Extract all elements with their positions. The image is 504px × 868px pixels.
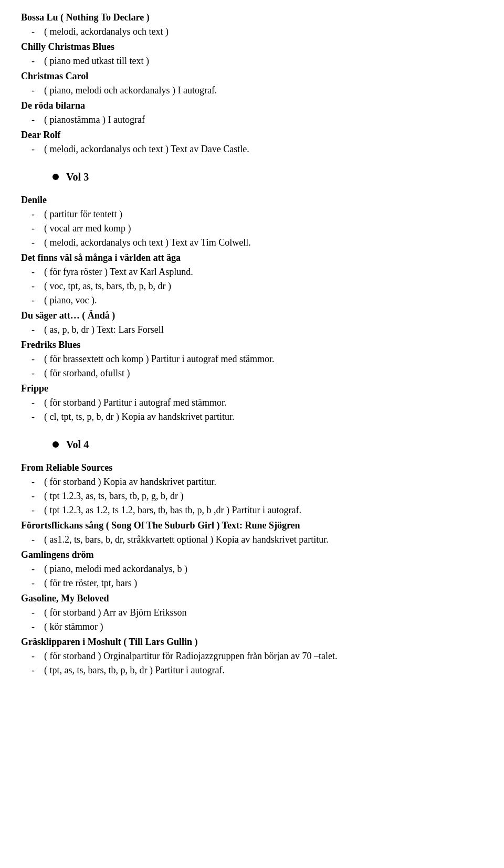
song-entry: Gamlingens dröm- ( piano, melodi med ack… (21, 548, 483, 590)
song-detail-line: - ( piano, melodi med ackordanalys, b ) (32, 562, 483, 576)
song-title: Du säger att… ( Ändå ) (21, 309, 483, 323)
song-title: Det finns väl så många i världen att äga (21, 251, 483, 265)
vol-bullet-icon (52, 174, 59, 180)
song-detail-line: - ( tpt 1.2.3, as, ts, bars, tb, p, g, b… (32, 489, 483, 503)
song-entry: Christmas Carol- ( piano, melodi och ack… (21, 69, 483, 98)
song-entry: Förortsflickans sång ( Song Of The Subur… (21, 518, 483, 547)
song-detail-line: - ( för storband, ofullst ) (32, 366, 483, 380)
song-detail-line: - ( för storband ) Arr av Björn Eriksson (32, 606, 483, 620)
song-title: De röda bilarna (21, 99, 483, 113)
vol-bullet-icon (52, 441, 59, 448)
song-entry: Denile- ( partitur för tentett )- ( voca… (21, 193, 483, 250)
song-title: Frippe (21, 382, 483, 396)
song-title: Bossa Lu ( Nothing To Declare ) (21, 10, 483, 25)
vol-heading: Vol 3 (52, 169, 483, 185)
song-title: Förortsflickans sång ( Song Of The Subur… (21, 518, 483, 533)
song-entry: Du säger att… ( Ändå )- ( as, p, b, dr )… (21, 309, 483, 337)
song-detail-line: - ( piano, voc ). (32, 293, 483, 308)
song-entry: Dear Rolf- ( melodi, ackordanalys och te… (21, 128, 483, 156)
song-entry: Frippe- ( för storband ) Partitur i auto… (21, 382, 483, 424)
vol-label: Vol 4 (66, 437, 89, 452)
song-detail-line: - ( melodi, ackordanalys och text ) Text… (32, 236, 483, 250)
song-title: Gamlingens dröm (21, 548, 483, 562)
song-detail-line: - ( kör stämmor ) (32, 620, 483, 634)
song-detail-line: - ( piano, melodi och ackordanalys ) I a… (32, 83, 483, 98)
song-entry: From Reliable Sources- ( för storband ) … (21, 461, 483, 517)
song-detail-line: - ( för storband ) Orginalpartitur för R… (32, 649, 483, 663)
song-detail-line: - ( melodi, ackordanalys och text ) (32, 25, 483, 39)
song-title: From Reliable Sources (21, 461, 483, 475)
song-title: Denile (21, 193, 483, 207)
song-detail-line: - ( vocal arr med komp ) (32, 221, 483, 236)
song-detail-line: - ( voc, tpt, as, ts, bars, tb, p, b, dr… (32, 279, 483, 293)
song-detail-line: - ( tpt, as, ts, bars, tb, p, b, dr ) Pa… (32, 663, 483, 678)
song-entry: Bossa Lu ( Nothing To Declare )- ( melod… (21, 10, 483, 39)
song-entry: Det finns väl så många i världen att äga… (21, 251, 483, 308)
song-detail-line: - ( as, p, b, dr ) Text: Lars Forsell (32, 323, 483, 337)
song-title: Gasoline, My Beloved (21, 591, 483, 606)
song-detail-line: - ( as1.2, ts, bars, b, dr, stråkkvartet… (32, 533, 483, 547)
song-entry: Gasoline, My Beloved- ( för storband ) A… (21, 591, 483, 634)
song-title: Gräsklipparen i Moshult ( Till Lars Gull… (21, 635, 483, 649)
song-title: Christmas Carol (21, 69, 483, 83)
song-title: Chilly Christmas Blues (21, 40, 483, 54)
song-detail-line: - ( för fyra röster ) Text av Karl Asplu… (32, 265, 483, 279)
song-detail-line: - ( för tre röster, tpt, bars ) (32, 576, 483, 590)
song-entry: Gräsklipparen i Moshult ( Till Lars Gull… (21, 635, 483, 678)
song-detail-line: - ( melodi, ackordanalys och text ) Text… (32, 142, 483, 156)
song-detail-line: - ( för storband ) Partitur i autograf m… (32, 396, 483, 410)
song-detail-line: - ( piano med utkast till text ) (32, 54, 483, 68)
song-entry: Chilly Christmas Blues- ( piano med utka… (21, 40, 483, 68)
vol-heading: Vol 4 (52, 437, 483, 452)
main-content: Bossa Lu ( Nothing To Declare )- ( melod… (21, 10, 483, 678)
song-entry: De röda bilarna- ( pianostämma ) I autog… (21, 99, 483, 127)
song-detail-line: - ( tpt 1.2.3, as 1.2, ts 1.2, bars, tb,… (32, 503, 483, 517)
vol-label: Vol 3 (66, 169, 89, 185)
song-detail-line: - ( partitur för tentett ) (32, 207, 483, 221)
song-title: Fredriks Blues (21, 338, 483, 352)
song-title: Dear Rolf (21, 128, 483, 142)
song-detail-line: - ( pianostämma ) I autograf (32, 113, 483, 127)
song-detail-line: - ( för brassextett och komp ) Partitur … (32, 352, 483, 366)
song-entry: Fredriks Blues- ( för brassextett och ko… (21, 338, 483, 380)
song-detail-line: - ( för storband ) Kopia av handskrivet … (32, 475, 483, 489)
song-detail-line: - ( cl, tpt, ts, p, b, dr ) Kopia av han… (32, 410, 483, 424)
